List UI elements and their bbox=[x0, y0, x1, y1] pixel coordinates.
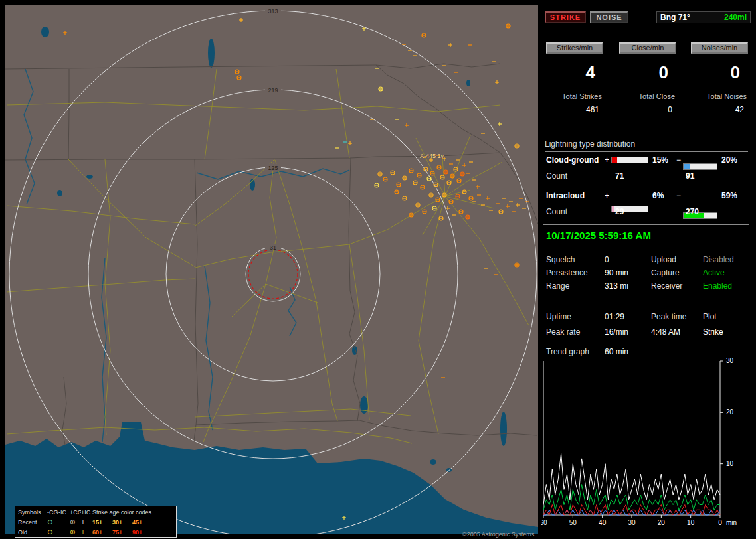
divider bbox=[543, 246, 749, 246]
noises-per-min-value: 0 bbox=[691, 62, 748, 83]
squelch-label: Squelch bbox=[546, 255, 575, 264]
range-label: Range bbox=[546, 281, 569, 291]
cg-neg-fill bbox=[684, 164, 690, 169]
intracloud-label: Intracloud bbox=[546, 191, 585, 200]
bearing-range-readout: Bng 71° 240mi bbox=[656, 11, 751, 23]
legend-age-code: 60+ bbox=[92, 529, 112, 536]
ring-distance-label: 125 bbox=[268, 165, 278, 171]
ring-distance-label: 219 bbox=[268, 87, 278, 94]
legend-symbol-icon: ⊕ bbox=[70, 518, 81, 526]
trend-y-tick: 10 bbox=[726, 460, 734, 467]
legend-symbol-icon: − bbox=[58, 518, 70, 526]
peak-rate-value: 16/min bbox=[605, 327, 628, 337]
ic-minus-sign: − bbox=[676, 191, 681, 200]
legend-age-code: 75+ bbox=[112, 529, 132, 536]
persistence-value: 90 min bbox=[605, 268, 628, 277]
legend-symbol-icon: + bbox=[81, 528, 92, 536]
cg-minus-sign: − bbox=[676, 155, 681, 165]
ic-pos-fill bbox=[612, 206, 614, 212]
control-panel: STRIKE NOISE Bng 71° 240mi Strikes/min C… bbox=[541, 5, 753, 534]
uptime-label: Uptime bbox=[546, 312, 571, 321]
copyright-text: ©2005 Astrogenic Systems bbox=[462, 531, 534, 538]
receiver-label: Receiver bbox=[651, 281, 682, 291]
total-strikes-label: Total Strikes bbox=[546, 92, 603, 100]
legend-age-title: Strike age color codes bbox=[92, 509, 167, 516]
trend-x-tick: 0 bbox=[718, 519, 722, 526]
ring-distance-label: 31 bbox=[270, 244, 276, 251]
total-noises-label: Total Noises bbox=[691, 92, 748, 100]
range-value: 240mi bbox=[724, 13, 747, 22]
plot-value: Strike bbox=[703, 327, 723, 337]
setting-status: Disabled bbox=[703, 255, 734, 264]
ic-count-label: Count bbox=[546, 207, 567, 216]
legend-symbol-icon: ⊖ bbox=[47, 518, 58, 526]
lightning-map[interactable]: 31321912531A-445 1v Symbols-CG-IC+CG+ICS… bbox=[5, 5, 538, 534]
range-setting-value: 313 mi bbox=[605, 281, 628, 291]
station-label: A-445 1v bbox=[420, 153, 444, 159]
trend-x-tick: 20 bbox=[658, 519, 666, 526]
cg-neg-count: 91 bbox=[686, 171, 694, 181]
trend-x-tick: 60 bbox=[541, 519, 547, 526]
squelch-value: 0 bbox=[605, 255, 609, 264]
cg-pos-fill bbox=[612, 157, 617, 163]
map-canvas[interactable]: 31321912531A-445 1v bbox=[5, 5, 538, 534]
distribution-section-title: Lightning type distribution bbox=[545, 139, 748, 152]
strike-toggle-button[interactable]: STRIKE bbox=[545, 11, 586, 23]
trend-x-tick: 30 bbox=[628, 519, 636, 526]
trend-x-tick: 50 bbox=[569, 519, 577, 526]
capture-label: Capture bbox=[651, 268, 680, 277]
cg-neg-bar bbox=[683, 163, 717, 170]
trend-x-tick: 10 bbox=[687, 519, 695, 526]
ic-plus-sign: + bbox=[605, 191, 609, 200]
cloud-ground-label: Cloud-ground bbox=[546, 155, 599, 165]
trend-window-value: 60 min bbox=[605, 347, 628, 356]
map-legend: Symbols-CG-IC+CG+ICStrike age color code… bbox=[15, 506, 177, 538]
legend-row-label: Old bbox=[18, 529, 47, 536]
upload-label: Upload bbox=[651, 255, 676, 264]
uptime-value: 01:29 bbox=[605, 312, 624, 321]
legend-row-label: Recent bbox=[18, 519, 47, 526]
cg-pos-bar bbox=[611, 157, 648, 163]
peak-time-value: 4:48 AM bbox=[651, 327, 680, 337]
legend-symbol-icon: − bbox=[58, 528, 70, 536]
cg-neg-percent: 20% bbox=[721, 155, 737, 165]
legend-symbol-icon: ⊕ bbox=[70, 528, 81, 536]
noises-per-min-button[interactable]: Noises/min bbox=[691, 42, 748, 54]
cg-count-label: Count bbox=[546, 171, 567, 181]
ic-pos-percent: 6% bbox=[652, 191, 664, 200]
legend-column-posCG: +CG bbox=[70, 509, 81, 516]
trend-x-unit: min bbox=[726, 519, 737, 526]
noise-toggle-button[interactable]: NOISE bbox=[590, 11, 628, 23]
cg-pos-count: 71 bbox=[615, 171, 624, 181]
strikes-per-min-value: 4 bbox=[546, 62, 603, 83]
trend-graph-label: Trend graph bbox=[546, 347, 589, 356]
legend-column-negIC: -IC bbox=[58, 509, 70, 516]
divider bbox=[543, 224, 749, 225]
trend-y-tick: 20 bbox=[726, 408, 734, 416]
ring-distance-label: 313 bbox=[268, 8, 278, 15]
trend-x-tick: 40 bbox=[599, 519, 607, 526]
datetime-display: 10/17/2025 5:59:16 AM bbox=[546, 230, 651, 241]
legend-age-code: 45+ bbox=[132, 519, 152, 526]
app-window: 31321912531A-445 1v Symbols-CG-IC+CG+ICS… bbox=[0, 0, 756, 539]
divider bbox=[543, 299, 749, 299]
legend-symbol-icon: ⊖ bbox=[47, 528, 58, 536]
ic-neg-count: 270 bbox=[686, 207, 699, 216]
peak-time-label: Peak time bbox=[651, 312, 686, 321]
trend-graph: 3020106050403020100min bbox=[541, 356, 752, 530]
trend-series-total-strikes bbox=[543, 453, 720, 504]
setting-status: Active bbox=[703, 268, 725, 277]
trend-y-tick: 30 bbox=[726, 357, 734, 364]
cg-plus-sign: + bbox=[605, 155, 609, 165]
persistence-label: Persistence bbox=[546, 268, 588, 277]
legend-symbol-icon: + bbox=[81, 518, 92, 526]
legend-age-code: 90+ bbox=[132, 529, 152, 536]
legend-column-negCG: -CG bbox=[47, 509, 58, 516]
bearing-value: Bng 71° bbox=[660, 13, 690, 22]
close-per-min-button[interactable]: Close/min bbox=[619, 42, 676, 54]
ic-neg-percent: 59% bbox=[721, 191, 737, 200]
setting-status: Enabled bbox=[703, 281, 732, 291]
total-noises-value: 42 bbox=[691, 105, 748, 114]
strikes-per-min-button[interactable]: Strikes/min bbox=[546, 42, 603, 54]
ic-pos-count: 29 bbox=[615, 207, 624, 216]
